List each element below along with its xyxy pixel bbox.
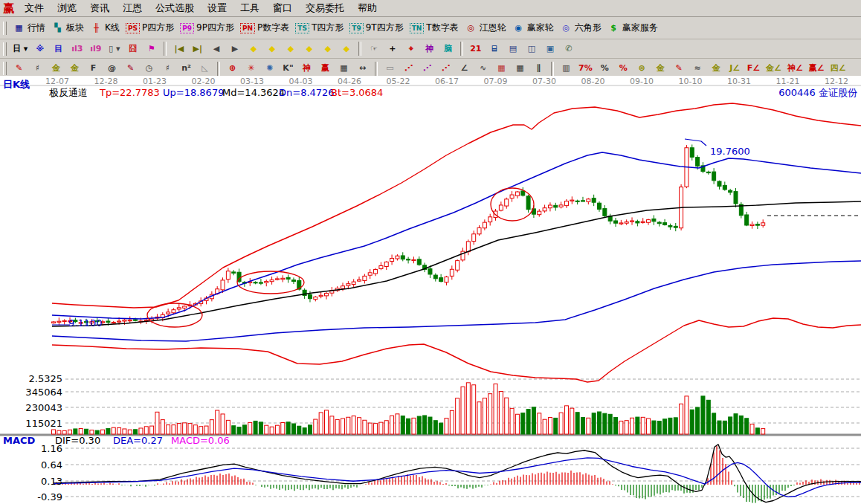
brush-bars-button[interactable]: ✎ <box>670 62 689 75</box>
quotes-button[interactable]: ▦行情 <box>10 21 48 35</box>
star-web-button[interactable]: ✳ <box>242 62 260 75</box>
detail-board-icon[interactable]: 目 <box>49 42 68 56</box>
set-square-button[interactable]: ◺ <box>196 62 214 75</box>
calendar-button[interactable]: 21 <box>466 42 485 56</box>
menu-item-7[interactable]: 窗口 <box>266 0 299 16</box>
gann-diamond-1-button[interactable]: ◆ <box>244 42 262 56</box>
winner-wheel-button[interactable]: ◉赢家轮 <box>509 21 557 35</box>
next-page-button[interactable]: ▶ <box>225 42 244 56</box>
fan-red-b-button[interactable]: ⋰ <box>436 62 455 75</box>
sectors-button[interactable]: ▚板块 <box>48 21 87 35</box>
k-quote-button[interactable]: K" <box>279 62 297 75</box>
stats-bars-button[interactable]: ▥ <box>557 62 575 75</box>
menu-item-6[interactable]: 工具 <box>233 0 266 16</box>
pattern-red-icon[interactable]: 囧 <box>123 42 142 56</box>
winner-service-button[interactable]: $赢家服务 <box>604 21 661 35</box>
j-angle-button[interactable]: J∠ <box>726 62 744 75</box>
candle-style-dropdown[interactable]: ▯ ▾ <box>105 42 123 56</box>
width-measure-button[interactable]: ↔ <box>353 62 372 75</box>
menu-item-1[interactable]: 浏览 <box>51 0 83 16</box>
gold-segment-b-button[interactable]: 金 <box>65 62 84 75</box>
shen-angle-button[interactable]: 神∠ <box>784 62 806 75</box>
menu-item-9[interactable]: 帮助 <box>351 0 384 16</box>
gold-angle-button[interactable]: 金∠ <box>763 62 784 75</box>
zigzag-button[interactable]: ∿ <box>474 62 492 75</box>
spiral-button[interactable]: @ <box>103 62 121 75</box>
gann-diamond-4-button[interactable]: ◆ <box>300 42 318 56</box>
grid-dark-button[interactable]: ▦ <box>511 62 529 75</box>
price-lines-button[interactable]: ♯ <box>158 62 177 75</box>
first-page-button[interactable]: |◀ <box>170 42 188 56</box>
menu-item-0[interactable]: 文件 <box>18 0 51 16</box>
fib-line-button[interactable]: F <box>84 62 103 75</box>
spider-web-button[interactable]: ✺ <box>260 62 279 75</box>
ying-angle-button[interactable]: 赢∠ <box>806 62 828 75</box>
save-button[interactable]: ◫ <box>522 42 541 56</box>
grid-red-button[interactable]: ▦ <box>492 62 511 75</box>
calculator-button[interactable]: ⌸ <box>485 42 503 56</box>
gann-diamond-6-button[interactable]: ◆ <box>337 42 355 56</box>
f-angle-button[interactable]: F∠ <box>744 62 763 75</box>
toolbar-grip[interactable] <box>3 42 7 56</box>
hexagon-button[interactable]: ◎六角形 <box>557 21 604 35</box>
fan-purple-button[interactable]: ⋰ <box>418 62 436 75</box>
t-number-table-button[interactable]: TNT数字表 <box>407 21 462 35</box>
menu-item-8[interactable]: 交易委托 <box>299 0 351 16</box>
menu-item-3[interactable]: 江恩 <box>116 0 149 16</box>
mobile-button[interactable]: ✆ <box>559 42 578 56</box>
minute3-chart-icon[interactable]: ıl3 <box>68 42 86 56</box>
web-send-button[interactable]: ▣ <box>541 42 559 56</box>
menu-item-2[interactable]: 资讯 <box>83 0 116 16</box>
brush-tool-button[interactable]: ✎ <box>10 62 28 75</box>
si-angle-button[interactable]: 四∠ <box>828 62 849 75</box>
toolbar-grip[interactable] <box>3 22 7 35</box>
gann-compass-button[interactable]: ⊕ <box>223 62 242 75</box>
notebook-button[interactable]: ▤ <box>503 42 522 56</box>
angle-tool-button[interactable]: ∠ <box>455 62 474 75</box>
gann-grid-blue-icon[interactable]: ※ <box>30 42 49 56</box>
last-page-button[interactable]: ▶| <box>188 42 207 56</box>
gann-diamond-5-button[interactable]: ◆ <box>318 42 337 56</box>
number-grid-button[interactable]: ▦ <box>335 62 353 75</box>
gann-wheel-button[interactable]: ◎江恩轮 <box>462 21 509 35</box>
parallel-button[interactable]: ∥ <box>529 62 548 75</box>
fan-red-a-button[interactable]: ⋰ <box>399 62 418 75</box>
rect-tool-button[interactable]: ▭ <box>381 62 399 75</box>
wave-line-button[interactable]: ≈ <box>689 62 707 75</box>
9t-square-button[interactable]: T99T四方形 <box>346 21 406 35</box>
menu-item-5[interactable]: 设置 <box>201 0 233 16</box>
percent-button[interactable]: % <box>596 62 614 75</box>
p-number-table-button[interactable]: PNP数字表 <box>237 21 292 35</box>
quotes-icon: ▦ <box>13 22 25 34</box>
shen-red-button[interactable]: 神 <box>297 62 316 75</box>
gold-segment-a-button[interactable]: 金 <box>47 62 65 75</box>
zoom-label-button[interactable]: ⌖ <box>402 42 420 56</box>
gold-circle-button[interactable]: ⊛ <box>633 62 651 75</box>
t-square-button[interactable]: TST四方形 <box>292 21 346 35</box>
ying-red-button[interactable]: 赢 <box>316 62 335 75</box>
gold-line-button[interactable]: 金 <box>651 62 670 75</box>
9p-square-button[interactable]: P99P四方形 <box>177 21 237 35</box>
brush2-tool-button[interactable]: ✎ <box>121 62 140 75</box>
prev-page-button[interactable]: ◀ <box>207 42 225 56</box>
percent7-button[interactable]: 7% <box>575 62 596 75</box>
gann-diamond-3-button[interactable]: ◆ <box>281 42 300 56</box>
toolbar-grip[interactable] <box>3 62 7 75</box>
gold-line-b-button[interactable]: 金 <box>707 62 726 75</box>
n-square-button[interactable]: n² <box>177 62 196 75</box>
menu-item-4[interactable]: 公式选股 <box>149 0 201 16</box>
crosshair-button[interactable]: + <box>383 42 402 56</box>
color-flag-icon[interactable]: ⚑ <box>142 42 161 56</box>
minute9-chart-icon[interactable]: ıl9 <box>86 42 105 56</box>
gann-diamond-2-button[interactable]: ◆ <box>262 42 281 56</box>
shen-tool-button[interactable]: 神 <box>420 42 439 56</box>
percent-line-button[interactable]: % <box>614 62 633 75</box>
kline-icon: ╫ <box>90 22 103 34</box>
period-day-dropdown[interactable]: 日 ▾ <box>10 42 30 56</box>
p-square-button[interactable]: PSP四方形 <box>123 21 177 35</box>
kline-button[interactable]: ╫K线 <box>87 21 123 35</box>
gann-lines-button[interactable]: ♯ <box>28 62 47 75</box>
brain-tool-button[interactable]: 脑 <box>439 42 457 56</box>
time-cycle-button[interactable]: ◷ <box>140 62 158 75</box>
drag-hand-button[interactable]: ☞ <box>364 42 383 56</box>
